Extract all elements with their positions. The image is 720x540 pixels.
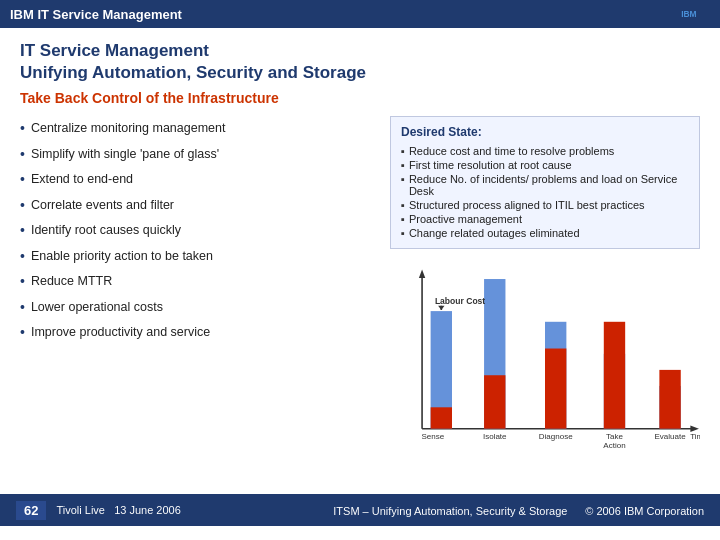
sub-heading: Take Back Control of the Infrastructure [20,90,700,106]
svg-rect-11 [545,349,566,429]
footer-event: Tivoli Live 13 June 2006 [56,504,180,516]
desired-bullet: ▪ [401,173,405,197]
main-content: IT Service Management Unifying Automatio… [0,28,720,490]
bar-chart: Labour Cost Sense Isolate Diagnose Take … [390,261,700,468]
bullet-text: Identify root causes quickly [31,222,181,240]
bullet-item: •Improve productivity and service [20,320,374,346]
bullet-dot: • [20,299,25,316]
footer: 62 Tivoli Live 13 June 2006 ITSM – Unify… [0,494,720,526]
ibm-logo-icon: IBM [680,7,710,21]
chart-area: Labour Cost Sense Isolate Diagnose Take … [390,261,700,468]
bullet-item: •Identify root causes quickly [20,218,374,244]
bullet-dot: • [20,324,25,341]
page-title: IT Service Management Unifying Automatio… [20,40,700,84]
svg-text:Isolate: Isolate [483,433,507,442]
bullet-text: Centralize monitoring management [31,120,226,138]
svg-text:IBM: IBM [681,9,696,19]
right-column: Desired State: ▪Reduce cost and time to … [390,116,700,466]
svg-text:Time: Time [690,433,700,442]
bullet-dot: • [20,171,25,188]
desired-state-title: Desired State: [401,125,689,139]
page-number: 62 [16,501,46,520]
bullet-dot: • [20,222,25,239]
bullet-item: •Extend to end-end [20,167,374,193]
svg-rect-13 [604,322,625,429]
desired-items-list: ▪Reduce cost and time to resolve problem… [401,144,689,240]
bullet-dot: • [20,146,25,163]
desired-state-item: ▪Structured process aligned to ITIL best… [401,198,689,212]
desired-state-item: ▪Proactive management [401,212,689,226]
bullet-dot: • [20,273,25,290]
svg-rect-15 [659,370,680,429]
svg-text:Labour Cost: Labour Cost [435,296,485,306]
svg-rect-9 [484,375,505,428]
bullet-dot: • [20,197,25,214]
desired-bullet: ▪ [401,227,405,239]
bullet-item: •Reduce MTTR [20,269,374,295]
svg-rect-7 [431,407,452,428]
bullet-dot: • [20,120,25,137]
bullet-text: Lower operational costs [31,299,163,317]
svg-text:Action: Action [603,441,625,450]
header-title: IBM IT Service Management [10,7,182,22]
bullet-text: Improve productivity and service [31,324,210,342]
bullet-item: •Centralize monitoring management [20,116,374,142]
bullet-text: Extend to end-end [31,171,133,189]
svg-marker-4 [419,270,425,279]
svg-text:Sense: Sense [421,433,444,442]
footer-right-text: ITSM – Unifying Automation, Security & S… [333,501,704,519]
two-column-layout: •Centralize monitoring management•Simpli… [20,116,700,466]
desired-bullet: ▪ [401,159,405,171]
bullet-text: Correlate events and filter [31,197,174,215]
svg-text:Evaluate: Evaluate [654,433,686,442]
desired-state-item: ▪Reduce cost and time to resolve problem… [401,144,689,158]
header-bar: IBM IT Service Management IBM [0,0,720,28]
bullet-list: •Centralize monitoring management•Simpli… [20,116,374,466]
desired-state-item: ▪Reduce No. of incidents/ problems and l… [401,172,689,198]
svg-text:Diagnose: Diagnose [539,433,573,442]
desired-state-box: Desired State: ▪Reduce cost and time to … [390,116,700,249]
desired-state-item: ▪Change related outages eliminated [401,226,689,240]
desired-bullet: ▪ [401,199,405,211]
svg-marker-5 [690,426,699,432]
bullet-item: •Enable priority action to be taken [20,244,374,270]
desired-bullet: ▪ [401,213,405,225]
bullet-item: •Simplify with single 'pane of glass' [20,142,374,168]
bullet-item: •Lower operational costs [20,295,374,321]
bullet-text: Enable priority action to be taken [31,248,213,266]
bullet-text: Simplify with single 'pane of glass' [31,146,219,164]
bullet-text: Reduce MTTR [31,273,112,291]
desired-bullet: ▪ [401,145,405,157]
desired-state-item: ▪First time resolution at root cause [401,158,689,172]
bullet-dot: • [20,248,25,265]
bullet-item: •Correlate events and filter [20,193,374,219]
svg-marker-18 [438,306,444,310]
footer-bottom: 62 Tivoli Live 13 June 2006 [16,501,181,520]
